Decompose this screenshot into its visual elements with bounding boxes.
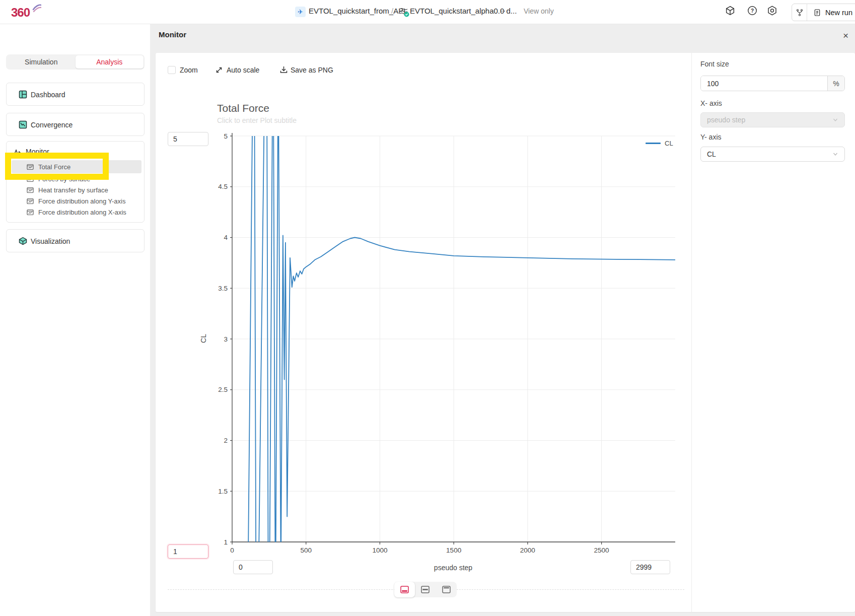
monitor-item-label: Force distribution along Y-axis <box>38 197 125 205</box>
help-icon[interactable]: ? <box>747 5 758 18</box>
x-max-input[interactable] <box>630 560 670 574</box>
save-png-icon[interactable] <box>279 65 288 74</box>
new-run-button-group: New run <box>792 4 855 21</box>
save-png-button[interactable]: Save as PNG <box>291 66 333 74</box>
dashboard-label: Dashboard <box>31 91 65 99</box>
highlight-annotation <box>5 153 109 180</box>
svg-text:5: 5 <box>224 132 228 140</box>
svg-text:2500: 2500 <box>594 546 609 554</box>
font-size-unit: % <box>827 76 844 91</box>
app-logo[interactable]: 360 <box>11 4 41 23</box>
monitor-chart-icon <box>27 187 34 193</box>
top-bar: 360 ✈ EVTOL_quickstart_from_API / EVTOL_… <box>0 0 855 24</box>
layout-switcher <box>394 582 457 597</box>
x-min-input[interactable] <box>233 560 273 574</box>
breadcrumb-separator: / <box>391 7 393 15</box>
layout-top-icon <box>442 586 451 593</box>
model-cube-icon[interactable] <box>725 5 736 18</box>
svg-text:1.5: 1.5 <box>218 488 228 495</box>
chevron-down-icon <box>832 151 838 157</box>
convergence-icon <box>19 120 27 129</box>
monitor-item[interactable]: Heat transfer by surface <box>12 184 140 195</box>
new-run-label: New run <box>825 9 852 17</box>
svg-text:3: 3 <box>224 335 228 343</box>
layout-option-split[interactable] <box>415 582 436 597</box>
svg-text:2000: 2000 <box>520 546 535 554</box>
x-axis-select: pseudo step <box>700 112 845 127</box>
visualization-cube-icon <box>18 236 28 246</box>
sidebar-item-visualization[interactable]: Visualization <box>6 229 145 252</box>
convergence-label: Convergence <box>31 121 73 129</box>
monitor-chart-icon <box>27 209 34 216</box>
project-plane-icon: ✈ <box>295 7 306 17</box>
x-axis-title: pseudo step <box>418 564 488 572</box>
panel-divider <box>691 53 692 612</box>
svg-text:?: ? <box>751 8 754 14</box>
zoom-toggle-label[interactable]: Zoom <box>180 66 198 74</box>
monitor-item[interactable]: Force distribution along X-axis <box>12 207 140 218</box>
svg-text:2.5: 2.5 <box>218 386 228 393</box>
sidebar-item-convergence[interactable]: Convergence <box>6 113 145 136</box>
sidebar: Simulation Analysis Dashboard Convergenc… <box>0 24 151 616</box>
auto-scale-button[interactable]: Auto scale <box>227 66 259 74</box>
breadcrumb-more-icon[interactable]: ⋯ <box>501 7 509 16</box>
logo-360-text: 360 <box>11 6 30 19</box>
svg-text:1000: 1000 <box>372 546 387 554</box>
font-size-input[interactable] <box>701 76 827 91</box>
monitor-chart-icon <box>27 198 34 204</box>
y-axis-select[interactable]: CL <box>700 147 845 162</box>
svg-text:1: 1 <box>224 538 228 546</box>
chevron-down-icon <box>832 117 838 123</box>
y-min-input[interactable] <box>168 544 208 559</box>
font-size-input-group: % <box>700 76 845 91</box>
font-size-label: Font size <box>700 60 729 68</box>
view-only-badge: View only <box>524 7 554 15</box>
x-axis-setting-label: X- axis <box>700 99 722 107</box>
tab-simulation[interactable]: Simulation <box>7 55 76 69</box>
dashboard-icon <box>19 90 27 99</box>
zoom-checkbox[interactable] <box>168 66 176 74</box>
svg-text:500: 500 <box>300 546 312 554</box>
chart-title[interactable]: Total Force <box>217 102 269 114</box>
total-force-plot[interactable]: 0500100015002000250011.522.533.544.55 <box>212 127 685 561</box>
monitor-item[interactable]: Force distribution along Y-axis <box>12 195 140 207</box>
svg-text:4: 4 <box>224 234 228 241</box>
svg-text:2: 2 <box>224 437 228 444</box>
tab-analysis[interactable]: Analysis <box>76 55 144 69</box>
chart-subtitle-placeholder[interactable]: Click to enter Plot subtitle <box>217 116 297 124</box>
monitor-item-label: Heat transfer by surface <box>38 186 108 194</box>
document-icon <box>813 9 821 17</box>
y-axis-title: CL <box>199 334 207 343</box>
x-axis-select-value: pseudo step <box>707 116 745 124</box>
fork-run-button[interactable] <box>792 4 807 21</box>
monitor-item-label: Force distribution along X-axis <box>38 209 126 216</box>
visualization-label: Visualization <box>31 237 70 245</box>
panel-title: Monitor <box>159 30 186 39</box>
y-axis-select-value: CL <box>707 150 716 158</box>
layout-option-bottom-panel[interactable] <box>394 582 415 597</box>
close-icon[interactable]: × <box>843 32 848 40</box>
svg-text:1500: 1500 <box>446 546 461 554</box>
new-run-button[interactable]: New run <box>807 4 855 21</box>
layout-split-icon <box>421 586 430 593</box>
svg-text:0: 0 <box>230 546 234 554</box>
mode-tabs: Simulation Analysis <box>6 54 145 70</box>
layout-option-top-panel[interactable] <box>436 582 457 597</box>
svg-text:4.5: 4.5 <box>218 183 228 190</box>
auto-scale-icon[interactable] <box>215 66 223 74</box>
y-max-input[interactable] <box>168 132 208 146</box>
svg-text:3.5: 3.5 <box>218 285 228 292</box>
y-axis-setting-label: Y- axis <box>700 133 722 141</box>
layout-bottom-icon <box>400 586 409 593</box>
sidebar-item-dashboard[interactable]: Dashboard <box>6 83 145 106</box>
settings-icon[interactable] <box>766 5 778 18</box>
run-waves-icon <box>398 6 409 19</box>
